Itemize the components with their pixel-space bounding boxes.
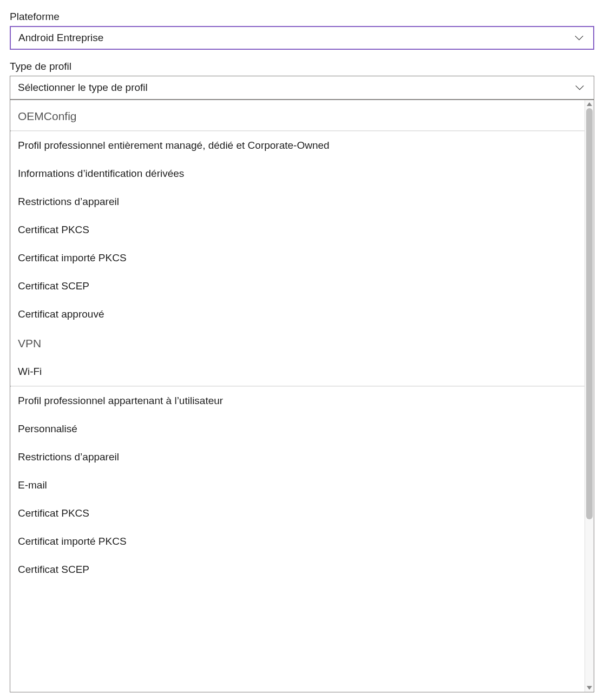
dropdown-option[interactable]: Certificat SCEP <box>10 556 585 584</box>
dropdown-option[interactable]: E-mail <box>10 471 585 499</box>
platform-select[interactable]: Android Entreprise <box>10 26 594 50</box>
scroll-up-icon[interactable] <box>587 102 592 106</box>
platform-select-value: Android Entreprise <box>18 32 103 44</box>
platform-field: Plateforme Android Entreprise <box>10 11 594 50</box>
profile-type-label: Type de profil <box>10 61 594 72</box>
dropdown-group: OEMConfig <box>10 101 585 130</box>
dropdown-option[interactable]: Wi-Fi <box>10 358 585 386</box>
chevron-down-icon <box>573 81 586 94</box>
dropdown-option[interactable]: Personnalisé <box>10 415 585 443</box>
platform-label: Plateforme <box>10 11 594 23</box>
scroll-track[interactable] <box>585 108 594 685</box>
dropdown-option[interactable]: Profil professionnel appartenant à l’uti… <box>10 387 585 415</box>
dropdown-group: VPN <box>10 328 585 358</box>
dropdown-list: OEMConfig Profil professionnel entièreme… <box>10 100 585 692</box>
chevron-down-icon <box>573 31 586 44</box>
dropdown-option[interactable]: Certificat SCEP <box>10 272 585 300</box>
profile-type-dropdown: OEMConfig Profil professionnel entièreme… <box>10 100 594 692</box>
dropdown-option[interactable]: Profil professionnel entièrement managé,… <box>10 131 585 160</box>
profile-type-select[interactable]: Sélectionner le type de profil <box>10 76 594 100</box>
scrollbar[interactable] <box>585 100 594 692</box>
dropdown-option[interactable]: Certificat approuvé <box>10 300 585 328</box>
dropdown-option[interactable]: Certificat importé PKCS <box>10 527 585 556</box>
dropdown-option[interactable]: Informations d’identification dérivées <box>10 160 585 188</box>
profile-type-field: Type de profil Sélectionner le type de p… <box>10 61 594 100</box>
dropdown-option[interactable]: Restrictions d’appareil <box>10 443 585 471</box>
dropdown-option[interactable]: Certificat importé PKCS <box>10 244 585 272</box>
scroll-thumb[interactable] <box>586 108 593 519</box>
dropdown-option[interactable]: Restrictions d’appareil <box>10 188 585 216</box>
dropdown-option[interactable]: Certificat PKCS <box>10 499 585 527</box>
dropdown-option[interactable]: Certificat PKCS <box>10 216 585 244</box>
scroll-down-icon[interactable] <box>587 686 592 690</box>
profile-type-select-placeholder: Sélectionner le type de profil <box>18 82 148 94</box>
